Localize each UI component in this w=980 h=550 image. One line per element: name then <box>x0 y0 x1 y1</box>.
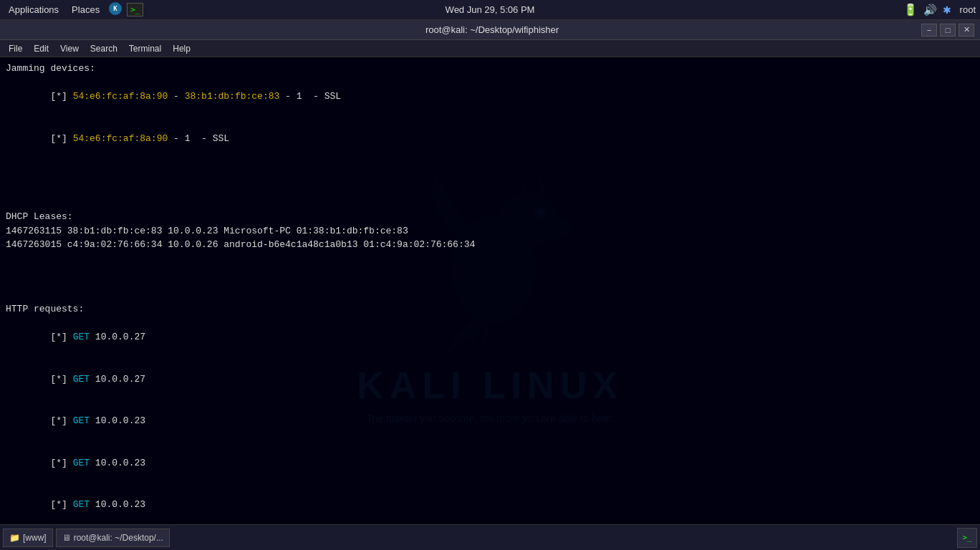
user-label: root <box>960 4 976 15</box>
terminal-window: root@kali: ~/Desktop/wifiphisher − □ ✕ F… <box>0 20 980 524</box>
terminal-content[interactable]: KALI LINUX The quieter you become, the m… <box>0 57 980 524</box>
window-controls: − □ ✕ <box>921 24 974 37</box>
terminal-titlebar: root@kali: ~/Desktop/wifiphisher − □ ✕ <box>0 20 980 40</box>
http-line-5: [*] GET 10.0.0.23 <box>6 484 974 525</box>
battery-icon: 🔋 <box>903 3 918 16</box>
dhcp-line-1: 1467263115 38:b1:db:fb:ce:83 10.0.0.23 M… <box>6 224 974 238</box>
http-line-2: [*] GET 10.0.0.27 <box>6 358 974 400</box>
jamming-header: Jamming devices: <box>6 62 974 76</box>
menu-file[interactable]: File <box>3 42 28 55</box>
dhcp-line-2: 1467263015 c4:9a:02:76:66:34 10.0.0.26 a… <box>6 238 974 252</box>
terminal-output: Jamming devices: [*] 54:e6:fc:af:8a:90 -… <box>6 62 974 524</box>
dhcp-header: DHCP Leases: <box>6 210 974 224</box>
volume-icon: 🔊 <box>923 4 937 16</box>
terminal-small-icon: 🖥 <box>62 533 71 543</box>
terminal-launcher-icon[interactable]: >_ <box>957 528 977 548</box>
taskbar-bottom: 📁 [www] 🖥 root@kali: ~/Desktop/... >_ <box>0 524 980 550</box>
folder-icon: 📁 <box>9 533 20 543</box>
jam-line-1: [*] 54:e6:fc:af:8a:90 - 38:b1:db:fb:ce:8… <box>6 76 974 118</box>
taskbar-top-left: Applications Places K >_ <box>4 1 143 18</box>
bluetooth-icon: ✱ <box>943 4 951 16</box>
taskbar-app-terminal[interactable]: 🖥 root@kali: ~/Desktop/... <box>56 529 170 547</box>
taskbar-top: Applications Places K >_ Wed Jun 29, 5:0… <box>0 0 980 20</box>
menu-places[interactable]: Places <box>67 3 104 16</box>
blank-1 <box>6 168 974 183</box>
terminal-icon-top[interactable]: >_ <box>127 3 143 16</box>
minimize-button[interactable]: − <box>921 24 937 37</box>
close-button[interactable]: ✕ <box>959 24 974 37</box>
menu-help[interactable]: Help <box>167 42 196 55</box>
taskbar-bottom-left: 📁 [www] 🖥 root@kali: ~/Desktop/... <box>3 529 170 547</box>
menu-search[interactable]: Search <box>85 42 123 55</box>
maximize-button[interactable]: □ <box>940 24 956 37</box>
taskbar-datetime: Wed Jun 29, 5:06 PM <box>446 4 535 15</box>
menu-edit[interactable]: Edit <box>28 42 54 55</box>
jam-line-2: [*] 54:e6:fc:af:8a:90 - 1 - SSL <box>6 117 974 160</box>
menu-view[interactable]: View <box>54 42 85 55</box>
menu-applications[interactable]: Applications <box>4 3 63 16</box>
terminal-menubar: File Edit View Search Terminal Help <box>0 40 980 57</box>
taskbar-app-terminal-label: root@kali: ~/Desktop/... <box>74 533 163 543</box>
svg-text:K: K <box>113 5 117 12</box>
blank-2 <box>6 182 974 196</box>
menu-terminal[interactable]: Terminal <box>123 42 167 55</box>
taskbar-app-www-label: [www] <box>23 533 47 543</box>
http-header: HTTP requests: <box>6 302 974 317</box>
kali-logo-icon[interactable]: K <box>108 1 123 18</box>
taskbar-bottom-right: >_ <box>957 528 977 548</box>
blank-5 <box>6 274 974 289</box>
taskbar-top-right: 🔋 🔊 ✱ root <box>903 3 976 16</box>
blank-6 <box>6 289 974 303</box>
blank-4 <box>6 261 974 275</box>
http-line-3: [*] GET 10.0.0.23 <box>6 400 974 443</box>
http-line-1: [*] GET 10.0.0.27 <box>6 317 974 359</box>
terminal-title: root@kali: ~/Desktop/wifiphisher <box>63 24 921 35</box>
blank-3 <box>6 196 974 211</box>
http-line-4: [*] GET 10.0.0.23 <box>6 442 974 484</box>
taskbar-app-www[interactable]: 📁 [www] <box>3 529 53 547</box>
